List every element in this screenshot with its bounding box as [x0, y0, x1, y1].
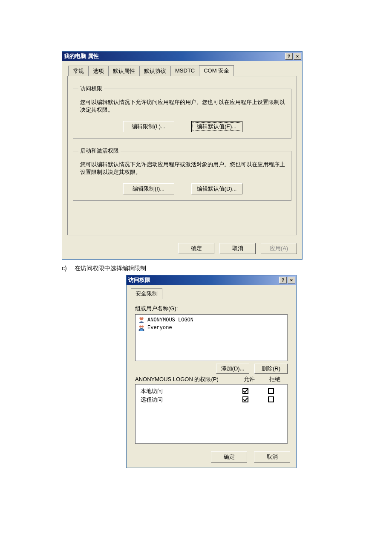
list-item[interactable]: ANONYMOUS LOGON [137, 316, 285, 324]
access-permissions-dialog: 访问权限 ? × 安全限制 组或用户名称(G): ANONYMOUS LOGON [126, 275, 297, 468]
svg-point-2 [141, 317, 143, 319]
tab-strip: 常规 选项 默认属性 默认协议 MSDTC COM 安全 [67, 65, 297, 76]
close-button[interactable]: × [294, 53, 301, 60]
caption-ordinal: c) [62, 265, 73, 272]
cancel-button[interactable]: 取消 [219, 243, 256, 254]
dialog-title: 访问权限 [128, 276, 278, 284]
titlebar: 我的电脑 属性 ? × [62, 52, 302, 61]
launch-legend: 启动和激活权限 [78, 147, 121, 155]
table-row: 远程访问 [141, 396, 284, 404]
tab-panel: 访问权限 您可以编辑默认情况下允许访问应用程序的用户。您也可以在应用程序上设置限… [67, 76, 297, 235]
tab-general[interactable]: 常规 [68, 66, 89, 76]
group-user-label: 组或用户名称(G): [135, 305, 288, 312]
access-desc: 您可以编辑默认情况下允许访问应用程序的用户。您也可以在应用程序上设置限制以决定其… [80, 98, 287, 113]
launch-edit-default-button[interactable]: 编辑默认值(D)... [191, 183, 242, 194]
cancel-button[interactable]: 取消 [254, 451, 290, 462]
add-button[interactable]: 添加(D)... [216, 364, 249, 374]
deny-header: 拒绝 [262, 376, 288, 383]
ok-button[interactable]: 确定 [211, 451, 247, 462]
perm-name: 本地访问 [141, 387, 233, 395]
list-item[interactable]: Everyone [137, 324, 285, 332]
access-permissions-group: 访问权限 您可以编辑默认情况下允许访问应用程序的用户。您也可以在应用程序上设置限… [73, 85, 291, 139]
panel: 组或用户名称(G): ANONYMOUS LOGON Everyone 添加(D… [131, 299, 292, 444]
dialog-title: 我的电脑 属性 [64, 52, 284, 60]
access-legend: 访问权限 [78, 85, 104, 92]
ok-button[interactable]: 确定 [178, 243, 214, 254]
user-icon [138, 317, 145, 324]
access-edit-limits-button[interactable]: 编辑限制(L)... [123, 121, 174, 132]
launch-edit-limits-button[interactable]: 编辑限制(I)... [123, 183, 174, 194]
dialog-footer: 确定 取消 应用(A) [62, 239, 302, 259]
caption-text: 在访问权限中选择编辑限制 [75, 265, 146, 272]
dialog-footer: 确定 取消 [127, 444, 296, 468]
list-item-label: Everyone [147, 325, 172, 331]
svg-point-4 [141, 326, 144, 328]
properties-dialog: 我的电脑 属性 ? × 常规 选项 默认属性 默认协议 MSDTC COM 安全… [62, 51, 303, 260]
launch-permissions-group: 启动和激活权限 您可以编辑默认情况下允许启动应用程序或激活对象的用户。您也可以在… [73, 147, 291, 201]
tab-msdtc[interactable]: MSDTC [170, 66, 199, 76]
help-button[interactable]: ? [279, 277, 287, 283]
access-edit-default-button[interactable]: 编辑默认值(E)... [191, 121, 242, 132]
permissions-listbox: 本地访问 远程访问 [135, 384, 288, 444]
apply-button[interactable]: 应用(A) [261, 243, 297, 254]
user-listbox[interactable]: ANONYMOUS LOGON Everyone [135, 314, 288, 361]
allow-header: 允许 [236, 376, 262, 383]
permissions-for-label: ANONYMOUS LOGON 的权限(P) [135, 376, 236, 383]
allow-checkbox[interactable] [242, 396, 248, 402]
group-icon [138, 324, 145, 331]
perm-name: 远程访问 [141, 396, 233, 404]
tab-options[interactable]: 选项 [88, 66, 109, 76]
table-row: 本地访问 [141, 387, 284, 396]
tab-com-security[interactable]: COM 安全 [199, 65, 234, 76]
remove-button[interactable]: 删除(R) [254, 364, 288, 374]
instruction-caption: c) 在访问权限中选择编辑限制 [62, 265, 392, 272]
titlebar: 访问权限 ? × [127, 275, 296, 285]
svg-point-1 [139, 317, 141, 319]
deny-checkbox[interactable] [268, 396, 274, 402]
tab-default-proto[interactable]: 默认协议 [139, 66, 171, 76]
allow-checkbox[interactable] [242, 388, 248, 394]
tab-strip: 安全限制 [127, 285, 296, 299]
tab-security-limits[interactable]: 安全限制 [131, 288, 162, 299]
list-item-label: ANONYMOUS LOGON [147, 317, 193, 323]
tab-default-props[interactable]: 默认属性 [108, 66, 140, 76]
deny-checkbox[interactable] [268, 388, 274, 394]
help-button[interactable]: ? [285, 53, 293, 60]
close-button[interactable]: × [288, 277, 295, 283]
launch-desc: 您可以编辑默认情况下允许启动应用程序或激活对象的用户。您也可以在应用程序上设置限… [80, 161, 287, 176]
svg-point-3 [139, 326, 141, 328]
